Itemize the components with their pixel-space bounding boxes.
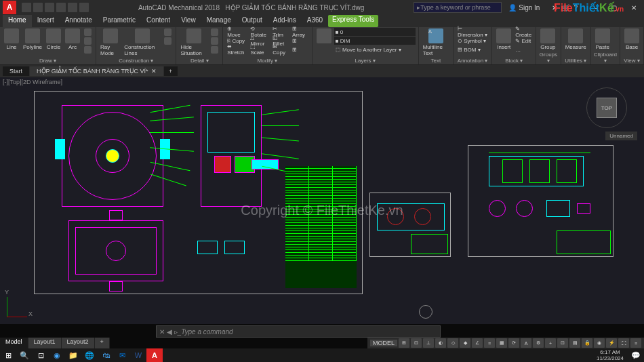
draw-more-icon[interactable] (83, 28, 93, 36)
tab-express[interactable]: Express Tools (328, 15, 378, 27)
panel-layers-label[interactable]: Layers ▾ (315, 57, 416, 64)
edit-block-button[interactable]: ✎ Edit (514, 37, 533, 45)
measure-button[interactable]: Measure (564, 28, 588, 51)
qat-plot-icon[interactable] (79, 3, 89, 12)
panel-block-label[interactable]: Block ▾ (495, 57, 533, 64)
layer-props-button[interactable] (315, 28, 333, 44)
start-button[interactable]: ⊞ (0, 348, 16, 362)
create-block-button[interactable]: ✎ Create (514, 28, 533, 36)
new-tab-button[interactable]: + (164, 66, 178, 76)
file-tab[interactable]: HỘP GIẢM TỐC BÁNH RĂNG TRỤC VÍ* ✕ (30, 66, 163, 76)
quick-props-icon[interactable]: ▤ (569, 338, 580, 348)
chrome-icon[interactable]: 🌐 (81, 348, 98, 362)
arc-button[interactable]: Arc (64, 28, 81, 51)
det-a-icon[interactable] (209, 28, 220, 36)
symbol-button[interactable]: ⊙ Symbol ▾ (456, 37, 489, 45)
det-c-icon[interactable] (209, 45, 220, 54)
qat-new-icon[interactable] (22, 3, 31, 12)
panel-view-label[interactable]: View ▾ (623, 57, 641, 64)
app-logo[interactable]: A (3, 1, 16, 14)
signin-button[interactable]: 👤 Sign In (508, 4, 540, 12)
circle-button[interactable]: Circle (45, 28, 62, 51)
multiline-text-button[interactable]: AMultiline Text (422, 28, 450, 57)
dimension-button[interactable]: ⊢ Dimension ▾ (456, 28, 489, 36)
cons-b-icon[interactable] (163, 37, 173, 45)
3dosnap-toggle-icon[interactable]: ◆ (460, 338, 470, 348)
cons-a-icon[interactable] (163, 28, 173, 36)
cycling-toggle-icon[interactable]: ⟳ (508, 338, 519, 348)
isolate-icon[interactable]: ◉ (594, 338, 605, 348)
layout-2-tab[interactable]: Layout2 (62, 338, 95, 348)
file-close-icon[interactable]: ✕ (151, 68, 157, 75)
system-clock[interactable]: 6:17 AM11/23/2024 (592, 349, 628, 361)
array-button[interactable]: ⊞ Array (291, 28, 309, 36)
tab-insert[interactable]: Insert (32, 15, 60, 27)
insert-block-button[interactable]: Insert (495, 28, 512, 51)
group-button[interactable]: Group (539, 28, 557, 51)
construction-lines-button[interactable]: Construction Lines (123, 28, 161, 57)
draw-more2-icon[interactable] (83, 37, 93, 45)
close-button[interactable]: ✕ (624, 0, 644, 15)
grid-toggle-icon[interactable]: ⊞ (399, 338, 409, 348)
layout-1-tab[interactable]: Layout1 (28, 338, 62, 348)
stretch-button[interactable]: ⬌ Stretch (226, 45, 247, 54)
transparency-toggle-icon[interactable]: ▦ (496, 338, 507, 348)
lineweight-toggle-icon[interactable]: ≡ (484, 338, 495, 348)
panel-utilities-label[interactable]: Utilities ▾ (564, 57, 588, 64)
panel-annotation-label[interactable]: Annotation ▾ (456, 57, 489, 64)
draw-more3-icon[interactable] (83, 45, 93, 54)
panel-draw-label[interactable]: Draw ▾ (3, 57, 93, 64)
layout-add-tab[interactable]: + (95, 338, 110, 348)
panel-modify-label[interactable]: Modify ▾ (226, 57, 308, 64)
annotation-scale-icon[interactable]: A (521, 338, 531, 348)
scale-button[interactable]: ⬚ Scale (249, 45, 270, 54)
explorer-icon[interactable]: 📁 (65, 348, 81, 362)
hide-situation-button[interactable]: Hide Situation (179, 28, 208, 57)
polar-toggle-icon[interactable]: ◐ (435, 338, 446, 348)
command-line-input[interactable]: ✕ ◀ ▹_ Type a command (156, 325, 441, 338)
bom-button[interactable]: ⊞ BOM ▾ (456, 45, 489, 54)
tab-view[interactable]: View (176, 15, 201, 27)
move-button[interactable]: ⊕ Move (226, 28, 247, 36)
viewport-label[interactable]: [-][Top][2D Wireframe] (3, 79, 62, 85)
mod-c-icon[interactable]: ⊞ (291, 45, 309, 54)
block-more-icon[interactable]: … (514, 45, 533, 54)
copy2-button[interactable]: ⊞ Copy (271, 45, 289, 54)
drawing-viewport[interactable]: [-][Top][2D Wireframe] (0, 77, 644, 324)
panel-construction-label[interactable]: Construction ▾ (99, 57, 173, 64)
tab-annotate[interactable]: Annotate (60, 15, 98, 27)
search-icon[interactable]: 🔍 (16, 348, 33, 362)
workspace-icon[interactable]: ⚙ (533, 338, 544, 348)
tab-content[interactable]: Content (141, 15, 176, 27)
start-tab[interactable]: Start (3, 66, 29, 76)
tab-parametric[interactable]: Parametric (98, 15, 141, 27)
ray-mode-button[interactable]: Ray Mode (99, 28, 121, 57)
det-b-icon[interactable] (209, 37, 220, 45)
osnap-toggle-icon[interactable]: ◇ (447, 338, 458, 348)
layer-dim-dropdown[interactable]: ■ DIM (334, 37, 416, 45)
layer-0-dropdown[interactable]: ■ 0 (334, 28, 416, 36)
units-icon[interactable]: ⊡ (557, 338, 568, 348)
word-icon[interactable]: W (130, 348, 146, 362)
panel-groups-label[interactable]: Groups ▾ (539, 51, 557, 64)
task-view-icon[interactable]: ⊡ (33, 348, 49, 362)
customize-icon[interactable]: ≡ (630, 338, 641, 348)
snap-toggle-icon[interactable]: ⊡ (411, 338, 422, 348)
ortho-toggle-icon[interactable]: ⊥ (423, 338, 434, 348)
hardware-accel-icon[interactable]: ⚡ (606, 338, 617, 348)
layout-model-tab[interactable]: Model (0, 338, 28, 348)
qat-save-icon[interactable] (45, 3, 54, 12)
model-space-button[interactable]: MODEL (370, 340, 397, 346)
otrack-toggle-icon[interactable]: ∠ (472, 338, 483, 348)
panel-clipboard-label[interactable]: Clipboard ▾ (594, 51, 617, 64)
polyline-button[interactable]: Polyline (22, 28, 43, 51)
qat-undo-icon[interactable] (56, 3, 66, 12)
line-button[interactable]: Line (3, 28, 20, 51)
panel-detail-label[interactable]: Detail ▾ (179, 57, 220, 64)
view-name-label[interactable]: Unnamed (605, 132, 637, 140)
move-to-layer-button[interactable]: ⬚ Move to Another Layer ▾ (334, 45, 416, 54)
clean-screen-icon[interactable]: ⛶ (618, 338, 629, 348)
autocad-taskbar-icon[interactable]: A (146, 348, 163, 362)
tab-home[interactable]: Home (3, 15, 32, 27)
help-search-input[interactable]: ▸ Type a keyword or phrase (414, 2, 502, 13)
